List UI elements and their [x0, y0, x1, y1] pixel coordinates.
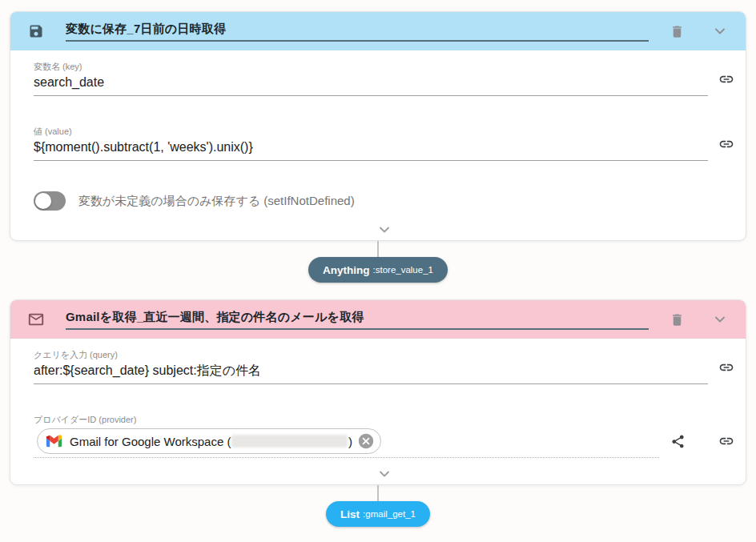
- value-input[interactable]: ${moment().subtract(1, 'weeks').unix()}: [34, 139, 708, 161]
- output-type-label: List: [340, 508, 360, 520]
- link-icon[interactable]: [718, 136, 734, 152]
- output-badge-store-value: Anything :store_value_1: [308, 257, 448, 283]
- save-icon: [27, 22, 45, 40]
- connector-store-value: Anything :store_value_1: [0, 241, 756, 283]
- collapse-card-chevron[interactable]: [711, 22, 729, 40]
- delete-step-button[interactable]: [668, 311, 686, 328]
- provider-chip[interactable]: Gmail for Google Workspace ( ): [37, 428, 381, 454]
- query-field-label: クエリを入力 (query): [34, 350, 708, 360]
- query-field-row: クエリを入力 (query) after:${search_date} subj…: [34, 350, 734, 384]
- step-card-store-value: 変数に保存_7日前の日時取得 変数名 (key) search_date: [10, 11, 746, 241]
- output-node-id: :gmail_get_1: [363, 509, 416, 519]
- output-node-id: :store_value_1: [373, 265, 433, 275]
- connector-gmail-get: List :gmail_get_1: [0, 485, 756, 527]
- expand-card-chevron[interactable]: [376, 468, 392, 480]
- provider-field: プロバイダーID (provider): [34, 415, 734, 458]
- workflow-canvas: 変数に保存_7日前の日時取得 変数名 (key) search_date: [0, 0, 756, 542]
- query-input[interactable]: after:${search_date} subject:指定の件名: [34, 363, 708, 384]
- key-field-row: 変数名 (key) search_date: [34, 62, 734, 96]
- connector-line: [377, 485, 379, 501]
- delete-step-button[interactable]: [668, 22, 686, 40]
- provider-chip-suffix: ): [348, 435, 352, 448]
- provider-id-redacted: [231, 435, 348, 448]
- expand-row: [34, 223, 734, 236]
- value-field-row: 値 (value) ${moment().subtract(1, 'weeks'…: [34, 126, 734, 161]
- set-if-not-defined-row: 変数が未定義の場合のみ保存する (setIfNotDefined): [34, 191, 734, 211]
- card-title-underline: Gmailを取得_直近一週間、指定の件名のメールを取得: [66, 310, 649, 330]
- value-field-label: 値 (value): [34, 126, 708, 137]
- step-card-gmail-get: Gmailを取得_直近一週間、指定の件名のメールを取得 クエリを入力 (quer…: [10, 299, 746, 485]
- connector-line: [377, 241, 379, 257]
- output-badge-gmail-get: List :gmail_get_1: [326, 501, 430, 527]
- store-value-card-header: 変数に保存_7日前の日時取得: [10, 12, 746, 50]
- card-title[interactable]: Gmailを取得_直近一週間、指定の件名のメールを取得: [66, 310, 364, 323]
- provider-field-label: プロバイダーID (provider): [34, 415, 734, 425]
- expand-row: [34, 468, 734, 480]
- collapse-card-chevron[interactable]: [711, 311, 729, 328]
- remove-provider-icon[interactable]: [357, 432, 375, 450]
- link-icon[interactable]: [718, 71, 734, 87]
- mail-icon: [27, 311, 45, 328]
- key-input[interactable]: search_date: [34, 74, 708, 96]
- provider-dotted-underline: [34, 457, 659, 458]
- gmail-card-body: クエリを入力 (query) after:${search_date} subj…: [10, 350, 746, 484]
- store-value-card-body: 変数名 (key) search_date 値 (value) ${moment…: [10, 62, 746, 240]
- link-icon[interactable]: [718, 433, 734, 449]
- set-if-not-defined-label: 変数が未定義の場合のみ保存する (setIfNotDefined): [78, 194, 355, 209]
- set-if-not-defined-toggle[interactable]: [34, 191, 66, 211]
- key-field-label: 変数名 (key): [34, 62, 708, 72]
- expand-card-chevron[interactable]: [376, 223, 392, 236]
- provider-chip-text: Gmail for Google Workspace (: [70, 435, 231, 448]
- output-type-label: Anything: [323, 264, 370, 276]
- gmail-card-header: Gmailを取得_直近一週間、指定の件名のメールを取得: [10, 300, 746, 339]
- card-title[interactable]: 変数に保存_7日前の日時取得: [66, 22, 226, 35]
- gmail-logo-icon: [46, 435, 62, 448]
- link-icon[interactable]: [718, 359, 734, 375]
- card-title-underline: 変数に保存_7日前の日時取得: [66, 22, 649, 42]
- share-icon[interactable]: [670, 433, 686, 449]
